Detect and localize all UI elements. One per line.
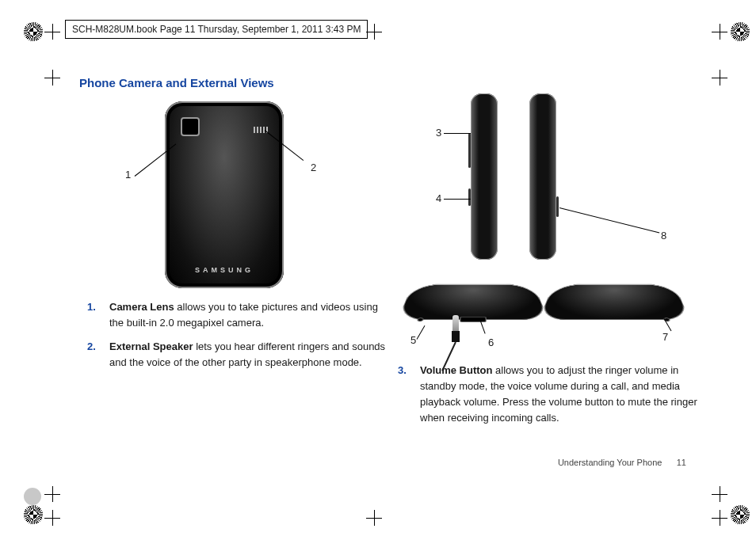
registration-sunburst	[24, 22, 43, 41]
crop-mark	[44, 510, 60, 526]
leader-line	[559, 207, 659, 233]
list-item: 3. Volume Button allows you to adjust th…	[398, 363, 699, 427]
list-item: 1. Camera Lens allows you to take pictur…	[87, 299, 388, 331]
callout-5: 5	[410, 334, 416, 346]
usb-port-icon	[460, 317, 487, 322]
callout-8: 8	[661, 230, 666, 241]
item-term: Volume Button	[420, 364, 492, 376]
crop-mark	[712, 24, 727, 40]
brand-label: SAMSUNG	[165, 266, 284, 274]
crop-mark	[712, 486, 727, 502]
footer-section: Understanding Your Phone 11	[558, 458, 686, 467]
callout-2: 2	[311, 162, 316, 173]
speaker-grill-icon	[254, 122, 269, 130]
registration-dot	[24, 488, 41, 505]
registration-sunburst	[731, 505, 750, 524]
callout-4: 4	[436, 192, 441, 204]
callout-6: 6	[488, 337, 494, 348]
phone-right-side	[529, 93, 556, 260]
crop-mark	[712, 510, 727, 526]
crop-mark	[366, 510, 382, 526]
phone-top-edge	[539, 284, 689, 320]
registration-sunburst	[731, 22, 750, 41]
crop-mark	[712, 70, 727, 86]
side-button-icon	[468, 188, 471, 206]
item-term: Camera Lens	[109, 301, 174, 313]
right-column: 3. Volume Button allows you to adjust th…	[398, 363, 699, 435]
callout-3: 3	[436, 127, 441, 139]
footer-page: 11	[677, 458, 686, 467]
item-number: 1.	[87, 299, 96, 315]
crop-mark	[44, 24, 60, 40]
side-button-icon	[556, 196, 559, 217]
crop-mark	[44, 486, 60, 502]
item-number: 2.	[87, 339, 96, 355]
leader-line	[444, 199, 471, 200]
left-column: 1. Camera Lens allows you to take pictur…	[87, 299, 388, 379]
crop-mark	[44, 70, 60, 86]
leader-line	[417, 325, 426, 340]
item-number: 3.	[398, 363, 407, 378]
callout-1: 1	[125, 169, 131, 181]
crop-mark	[366, 24, 382, 40]
item-term: External Speaker	[109, 340, 193, 352]
callout-7: 7	[662, 331, 668, 343]
list-item: 2. External Speaker lets you hear differ…	[87, 339, 388, 371]
footer-text: Understanding Your Phone	[558, 458, 662, 467]
phone-left-side	[471, 93, 498, 260]
jack-icon	[417, 318, 424, 321]
volume-button-icon	[468, 133, 471, 168]
camera-lens-icon	[181, 117, 200, 136]
registration-sunburst	[24, 505, 43, 524]
phone-back-illustration: SAMSUNG	[165, 101, 284, 288]
page-header: SCH-M828UM.book Page 11 Thursday, Septem…	[65, 20, 368, 39]
leader-line	[444, 133, 471, 134]
phone-bottom-edge	[398, 284, 548, 320]
audio-plug-icon	[452, 315, 460, 353]
section-title: Phone Camera and External Views	[79, 76, 274, 89]
